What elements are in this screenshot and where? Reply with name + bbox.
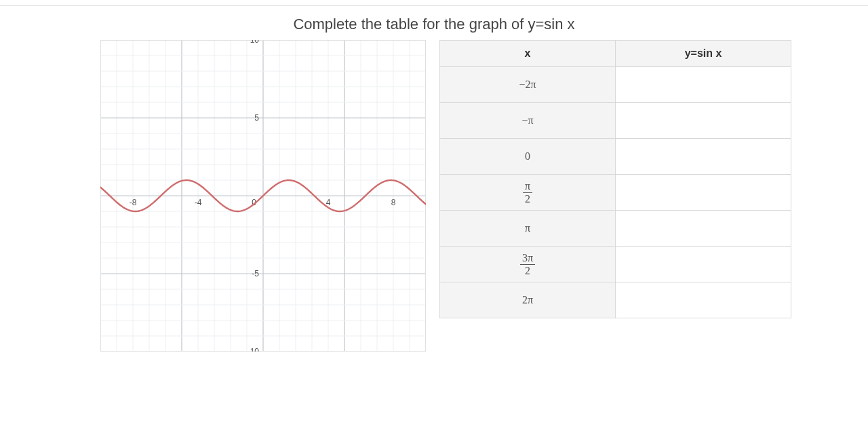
svg-text:10: 10 <box>250 40 260 45</box>
svg-text:-8: -8 <box>130 198 137 207</box>
svg-text:8: 8 <box>391 198 396 207</box>
table-cell-x: 3π2 <box>440 247 616 282</box>
table-cell-y[interactable] <box>616 67 791 103</box>
table-row: π2 <box>440 175 791 211</box>
table-row: −2π <box>440 67 791 103</box>
table-row: 3π2 <box>440 247 791 282</box>
chart-sine: -8-4048-10-5510 <box>100 40 426 352</box>
table-cell-x: π <box>440 211 616 247</box>
table-cell-y[interactable] <box>616 139 791 175</box>
value-table: x y=sin x −2π−π0π2π3π22π <box>439 40 791 318</box>
table-cell-y[interactable] <box>616 175 791 211</box>
table-head-y: y=sin x <box>616 41 791 67</box>
table-row: −π <box>440 103 791 139</box>
table-cell-x: π2 <box>440 175 616 211</box>
table-cell-y[interactable] <box>616 103 791 139</box>
table-row: π <box>440 211 791 247</box>
svg-text:-10: -10 <box>248 347 260 352</box>
table-cell-x: 2π <box>440 282 616 318</box>
table-cell-y[interactable] <box>616 282 791 318</box>
page-title: Complete the table for the graph of y=si… <box>0 16 868 33</box>
table-row: 2π <box>440 282 791 318</box>
svg-text:-5: -5 <box>252 269 259 278</box>
svg-text:5: 5 <box>254 113 259 123</box>
table-row: 0 <box>440 139 791 175</box>
svg-text:-4: -4 <box>195 198 202 207</box>
table-cell-y[interactable] <box>616 247 791 282</box>
table-cell-y[interactable] <box>616 211 791 247</box>
table-cell-x: −π <box>440 103 616 139</box>
table-head-x: x <box>440 41 616 67</box>
table-cell-x: 0 <box>440 139 616 175</box>
table-cell-x: −2π <box>440 67 616 103</box>
